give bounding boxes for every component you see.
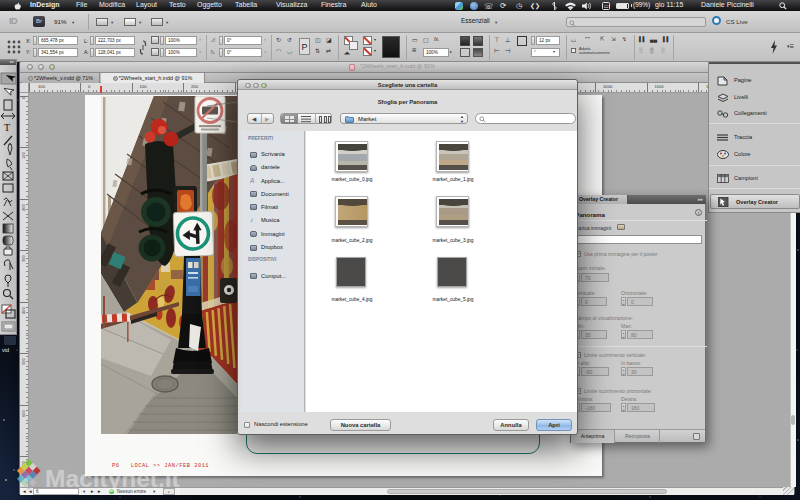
svg-text:T: T [4,122,10,133]
